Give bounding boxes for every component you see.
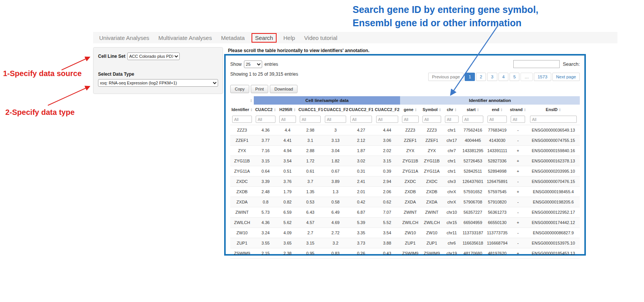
- sort-icon[interactable]: ▲▼: [274, 108, 276, 112]
- nav-bar-items: Univariate AnalysesMultivariate Analyses…: [95, 33, 342, 43]
- cell-chr: chrX: [443, 187, 460, 197]
- cell-cuacc1-f2: 1.3: [323, 187, 348, 197]
- cell-strand: -: [509, 197, 527, 207]
- table-row: ZYG11A0.640.510.610.670.310.39ZYG11AZYG1…: [230, 166, 580, 176]
- cell-cuacc2-f2: 7.07: [374, 207, 400, 218]
- column-header-cuacc1-f2[interactable]: CUACC1_F2▲▼: [323, 105, 348, 114]
- page-length-select[interactable]: 25: [244, 60, 262, 68]
- sort-icon[interactable]: ▲▼: [477, 108, 479, 112]
- nav-item-univariate-analyses[interactable]: Univariate Analyses: [95, 33, 154, 43]
- cell-identifier: ZW10: [230, 228, 254, 238]
- table-row: ZXDA0.80.820.530.580.420.62ZXDAZXDAchrX5…: [230, 197, 580, 207]
- cell-symbol: ZUP1: [421, 238, 443, 248]
- sort-icon[interactable]: ▲▼: [439, 108, 441, 112]
- filter-input-cuacc2-f1[interactable]: [350, 116, 372, 123]
- cell-cuacc2-f1: 3.73: [348, 238, 374, 248]
- column-label-cuacc2: CUACC2: [255, 107, 273, 112]
- data-type-select[interactable]: xsq: RNA-seq Expression (log2 FPKM+1): [98, 79, 218, 87]
- cell-h295r: 3.54: [277, 156, 297, 166]
- column-header-identifier[interactable]: Identifier▲▼: [230, 105, 254, 114]
- show-entries-control: Show 25 entries: [230, 60, 278, 68]
- sort-icon[interactable]: ▲▼: [500, 108, 503, 112]
- cell-gene: ZZEF1: [400, 135, 420, 146]
- table-row: ZWINT5.736.596.436.496.877.07ZWINTZWINTc…: [230, 207, 580, 218]
- filter-row: [230, 114, 580, 125]
- red-arrow-1: [62, 57, 90, 70]
- filter-input-cuacc2-f2[interactable]: [376, 116, 398, 123]
- cell-symbol: ZXDA: [421, 197, 443, 207]
- column-header-gene[interactable]: gene▲▼: [400, 105, 420, 114]
- column-header-strand[interactable]: strand▲▼: [509, 105, 527, 114]
- filter-input-ensid[interactable]: [530, 116, 577, 123]
- cell-cuacc2-f1: 4.27: [348, 125, 374, 135]
- sort-icon[interactable]: ▲▼: [250, 99, 252, 103]
- sort-icon[interactable]: ▲▼: [524, 108, 526, 112]
- print-button[interactable]: Print: [251, 85, 269, 93]
- cell-cuacc2-f2: 5.52: [374, 218, 400, 228]
- filter-input-strand[interactable]: [511, 116, 525, 123]
- cell-cuacc1-f2: 1.82: [323, 156, 348, 166]
- annotation-search-note: Search gene ID by entering gene symbol, …: [353, 3, 565, 30]
- filter-input-gene[interactable]: [402, 116, 419, 123]
- page-button-1573[interactable]: 1573: [534, 73, 551, 81]
- filter-input-identifier[interactable]: [232, 116, 252, 123]
- cell-cuacc2-f2: 2.02: [374, 146, 400, 156]
- page-button-1[interactable]: 1: [465, 73, 475, 81]
- download-button[interactable]: Download: [270, 85, 297, 93]
- copy-button[interactable]: Copy: [230, 85, 249, 93]
- filter-input-cuacc2[interactable]: [256, 116, 275, 123]
- column-header-cuacc2-f1[interactable]: CUACC2_F1▲▼: [348, 105, 374, 114]
- next-page-button[interactable]: Next page: [552, 73, 580, 81]
- column-header-symbol[interactable]: Symbol▲▼: [421, 105, 443, 114]
- column-header-start[interactable]: start▲▼: [460, 105, 485, 114]
- sort-icon[interactable]: ▲▼: [454, 108, 457, 112]
- sort-icon[interactable]: ▲▼: [293, 108, 296, 112]
- cell-cuacc1-f1: 0.53: [298, 197, 323, 207]
- page-button-2[interactable]: 2: [476, 73, 486, 81]
- cell-ensid: ENSG00000198455.4: [527, 187, 580, 197]
- export-buttons: CopyPrintDownload: [230, 85, 580, 93]
- filter-input-cuacc1-f1[interactable]: [300, 116, 321, 123]
- search-input[interactable]: [513, 60, 560, 68]
- nav-item-video-tutorial[interactable]: Video tutorial: [300, 33, 342, 43]
- cell-cuacc2-f2: 3.15: [374, 156, 400, 166]
- filter-input-start[interactable]: [462, 116, 483, 123]
- cell-cuacc2-f1: 3.35: [348, 228, 374, 238]
- red-arrow-2: [48, 86, 90, 105]
- cell-cuacc1-f1: 2.7: [298, 228, 323, 238]
- page-button-5[interactable]: 5: [510, 73, 519, 81]
- nav-item-metadata[interactable]: Metadata: [217, 33, 250, 43]
- column-header-cuacc2-f2[interactable]: CUACC2_F2▲▼: [374, 105, 400, 114]
- nav-item-search[interactable]: Search: [252, 33, 277, 43]
- page-button-3[interactable]: 3: [487, 73, 497, 81]
- group-header-sample: Cell line/sample data: [254, 96, 400, 105]
- column-header-cuacc1-f1[interactable]: CUACC1_F1▲▼: [298, 105, 323, 114]
- filter-input-cuacc1-f2[interactable]: [325, 116, 346, 123]
- column-label-start: start: [467, 107, 476, 112]
- cell-end: 143391111: [486, 146, 509, 156]
- filter-input-chr[interactable]: [445, 116, 459, 123]
- cell-strand: +: [509, 187, 527, 197]
- page-button-4[interactable]: 4: [498, 73, 508, 81]
- column-header-h295r[interactable]: H295R▲▼: [277, 105, 297, 114]
- filter-input-symbol[interactable]: [422, 116, 441, 123]
- cell-cuacc1-f1: 1.35: [298, 187, 323, 197]
- sort-icon[interactable]: ▲▼: [415, 108, 417, 112]
- cell-identifier: ZXDC: [230, 176, 254, 187]
- previous-page-button[interactable]: Previous page: [428, 73, 464, 81]
- column-header-ensid[interactable]: EnsID▲▼: [527, 105, 580, 114]
- sort-icon[interactable]: ▲▼: [559, 108, 561, 112]
- nav-item-help[interactable]: Help: [279, 33, 300, 43]
- cell-symbol: ZYX: [421, 146, 443, 156]
- cell-line-set-select[interactable]: ACC Colorado plus PDX: [127, 52, 180, 60]
- column-header-end[interactable]: end▲▼: [486, 105, 509, 114]
- filter-input-end[interactable]: [487, 116, 507, 123]
- show-label: Show: [230, 62, 242, 67]
- column-header-chr[interactable]: chr▲▼: [443, 105, 460, 114]
- sort-icon[interactable]: ▲▼: [250, 108, 253, 112]
- column-header-cuacc2[interactable]: CUACC2▲▼: [254, 105, 277, 114]
- cell-chr: chr1: [443, 125, 460, 135]
- cell-start: 66504959: [460, 218, 485, 228]
- nav-item-multivariate-analyses[interactable]: Multivariate Analyses: [154, 33, 217, 43]
- filter-input-h295r[interactable]: [279, 116, 296, 123]
